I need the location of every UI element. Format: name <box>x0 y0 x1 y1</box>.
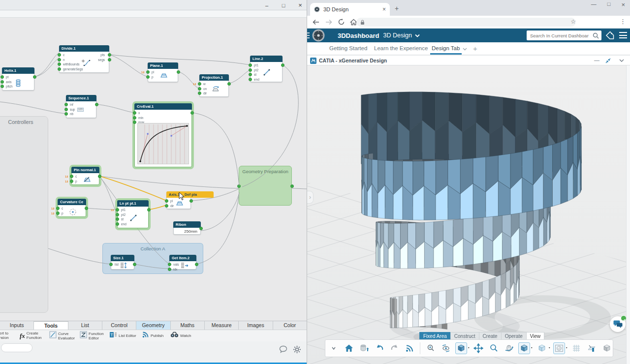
wire[interactable] <box>229 70 250 84</box>
node-divide-1[interactable]: Divide.1cnwithBoundsgenerateSegsptssegs <box>59 45 109 73</box>
input-port-dir[interactable] <box>198 91 201 95</box>
view-cube-icon[interactable] <box>455 342 467 354</box>
tab-control[interactable]: Control <box>102 321 136 330</box>
node-size-1[interactable]: Size.1list <box>111 255 134 270</box>
wire[interactable] <box>96 104 134 113</box>
tool-convert-to-dimension[interactable]: Convert to Dimension <box>0 331 12 340</box>
zoom-icon[interactable] <box>488 342 500 354</box>
settings-gear-icon[interactable] <box>293 345 301 354</box>
tool-list-editor[interactable]: TList Editor <box>109 331 136 340</box>
input-port-dir[interactable] <box>165 204 168 208</box>
dashboard-tab-getting-started[interactable]: Getting Started <box>329 45 367 51</box>
input-port-pt1[interactable] <box>116 208 119 212</box>
input-port-c[interactable] <box>56 207 60 210</box>
input-port-pt1[interactable] <box>249 63 252 67</box>
iso-cube-icon[interactable] <box>601 342 613 354</box>
input-port-axis[interactable] <box>0 80 4 84</box>
wire[interactable] <box>242 65 298 187</box>
input-port-list[interactable] <box>109 263 113 266</box>
input-port-min[interactable] <box>133 116 136 120</box>
wireframe-cube-icon[interactable] <box>536 342 548 354</box>
perspective-icon[interactable] <box>553 342 565 354</box>
input-port-st[interactable] <box>116 217 119 221</box>
back-icon[interactable] <box>312 19 320 26</box>
tag-icon[interactable] <box>605 31 615 40</box>
wire[interactable] <box>99 176 239 188</box>
output-port[interactable] <box>133 263 136 266</box>
browser-close-button[interactable]: × <box>621 1 625 8</box>
maximize-button[interactable]: □ <box>280 2 287 8</box>
rotate-view-icon[interactable] <box>440 342 452 354</box>
output-port-pts[interactable] <box>108 53 111 57</box>
tab-measure[interactable]: Measure <box>205 321 239 330</box>
orbit-icon[interactable] <box>503 342 515 354</box>
tab-close-icon[interactable]: × <box>382 6 386 13</box>
forward-icon[interactable] <box>325 19 333 26</box>
minimize-button[interactable]: – <box>263 2 270 8</box>
input-port-end[interactable] <box>116 222 119 226</box>
section-icon[interactable] <box>586 342 598 354</box>
bookmark-star-icon[interactable]: ☆ <box>570 18 576 25</box>
input-port-p[interactable] <box>146 75 150 79</box>
save-data-icon[interactable] <box>358 342 370 354</box>
tool-curve-evaluator[interactable]: Curve Evaluator <box>49 331 80 340</box>
tool-publish[interactable]: Publish <box>142 331 163 340</box>
output-port[interactable] <box>95 103 98 106</box>
input-port-p[interactable] <box>56 212 60 215</box>
dropdown-caret-icon[interactable]: ▴ <box>566 347 567 350</box>
input-port-inf[interactable] <box>64 103 68 106</box>
search-input[interactable] <box>529 32 593 39</box>
wire[interactable] <box>134 264 169 269</box>
wire[interactable] <box>192 113 239 186</box>
output-port[interactable] <box>227 82 231 86</box>
hamburger-menu-icon[interactable] <box>619 32 627 38</box>
node-crveval-1[interactable]: CrvEval.1xminmax <box>134 103 192 167</box>
input-port-pt2[interactable] <box>116 213 119 216</box>
input-port-c[interactable] <box>58 53 61 57</box>
output-port[interactable] <box>177 70 180 74</box>
panel-minimize-icon[interactable]: — <box>594 57 599 63</box>
tab-inputs[interactable]: Inputs <box>0 321 34 330</box>
input-port-n[interactable] <box>58 58 61 61</box>
dropdown-caret-icon[interactable]: ▴ <box>531 347 533 350</box>
dashboard-tab-design-tab[interactable]: Design Tab <box>432 45 460 51</box>
node-canvas[interactable]: Collection AGeometry Preparation Helix.1… <box>0 0 307 364</box>
dropdown-caret-icon[interactable]: ▴ <box>549 347 550 350</box>
node-get-item-2[interactable]: Get Item.2valsidx <box>169 255 196 270</box>
output-port[interactable] <box>147 208 151 212</box>
node-plane-1[interactable]: Plane.1pl1.0p <box>148 62 178 82</box>
wire[interactable] <box>0 102 66 114</box>
chat-icon[interactable] <box>279 345 287 353</box>
input-port-pt2[interactable] <box>249 68 252 72</box>
node-projection-1[interactable]: Projection.1w1.0ondir <box>199 74 229 97</box>
input-port-sup[interactable] <box>64 108 68 111</box>
input-port-w[interactable] <box>198 82 201 86</box>
zoom-area-icon[interactable] <box>425 342 437 354</box>
input-port-pitch[interactable] <box>0 85 4 88</box>
command-input[interactable] <box>1 343 32 352</box>
redo-icon[interactable] <box>389 342 401 354</box>
scrollbar-track[interactable] <box>626 65 630 364</box>
grid-icon[interactable] <box>570 342 582 354</box>
input-port-x[interactable] <box>133 111 136 115</box>
panel-collapse-chevron-icon[interactable] <box>619 59 624 62</box>
wire[interactable] <box>196 192 239 264</box>
panel-resize-icon[interactable] <box>605 58 611 64</box>
publish-rss-icon[interactable] <box>404 342 415 354</box>
output-port[interactable] <box>199 227 203 230</box>
input-port-pl[interactable] <box>146 70 150 74</box>
wire-highlighted[interactable] <box>149 205 166 210</box>
catia-3d-viewport[interactable]: › Fixed AreaConstructCreateOperateView ▴… <box>307 65 626 364</box>
browser-tab[interactable]: 3D Design × <box>310 3 390 16</box>
browser-menu-icon[interactable]: ⋮ <box>620 18 626 25</box>
input-port-c[interactable] <box>70 175 73 178</box>
output-port-segs[interactable] <box>108 58 111 61</box>
dashboard-tab-learn-the-experience[interactable]: Learn the Experience <box>374 45 428 51</box>
wire[interactable] <box>99 176 117 214</box>
url-field[interactable] <box>356 18 576 27</box>
tab-color[interactable]: Color <box>273 321 307 330</box>
wire[interactable] <box>34 53 59 77</box>
node-curvature-ce[interactable]: Curvature Cec1.0p1.0 <box>58 199 86 217</box>
input-port-vals[interactable] <box>168 263 171 266</box>
node-line-2[interactable]: Line.2pt1pt2stend <box>250 56 283 82</box>
